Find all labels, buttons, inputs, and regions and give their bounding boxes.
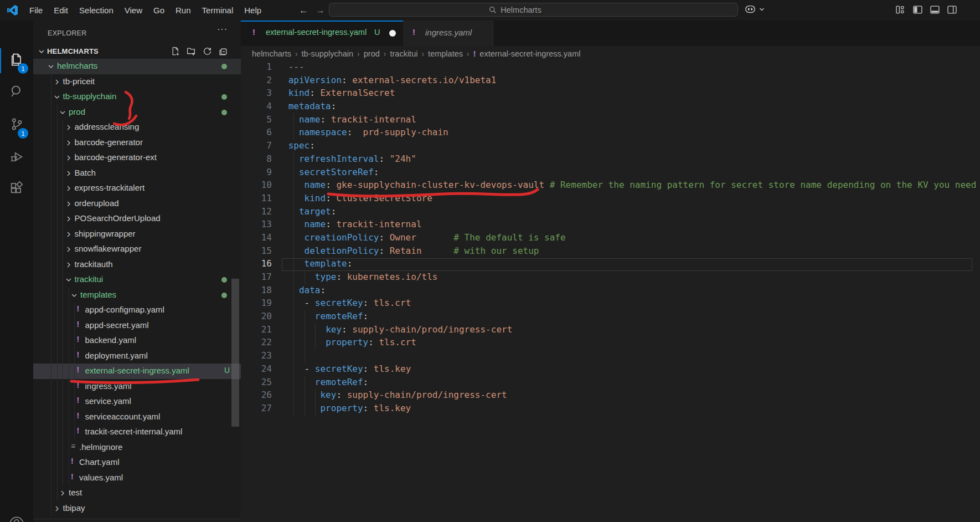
- code-line-7[interactable]: 7spec:: [241, 140, 980, 153]
- code-line-6[interactable]: 6 namespace: prd-supply-chain: [241, 126, 980, 140]
- file-label: serviceaccount.yaml: [85, 412, 161, 421]
- menu-edit[interactable]: Edit: [48, 6, 74, 15]
- tree-item-prod[interactable]: prod: [33, 105, 241, 120]
- tree-item-shippingwrapper[interactable]: shippingwrapper: [33, 227, 241, 242]
- tree-item-addresscleansing[interactable]: addresscleansing: [33, 120, 241, 135]
- tree-item-test[interactable]: test: [33, 485, 241, 501]
- indent-guide: [63, 181, 63, 196]
- tree-item-service-yaml[interactable]: !service.yaml: [33, 394, 241, 410]
- breadcrumb-item[interactable]: helmcharts: [252, 49, 291, 58]
- menu-terminal[interactable]: Terminal: [197, 6, 239, 15]
- menu-view[interactable]: View: [119, 6, 148, 15]
- tree-item--helmignore[interactable]: ≡.helmignore: [33, 440, 241, 456]
- tree-item-appd-secret-yaml[interactable]: !appd-secret.yaml: [33, 318, 241, 334]
- code-line-22[interactable]: 22 property: tls.crt: [241, 336, 980, 350]
- code-line-1[interactable]: 1---: [241, 61, 980, 74]
- tree-item-batch[interactable]: Batch: [33, 166, 241, 181]
- tree-item-trackitauth[interactable]: trackitauth: [33, 257, 241, 273]
- tree-item-backend-yaml[interactable]: !backend.yaml: [33, 333, 241, 349]
- tree-item-deployment-yaml[interactable]: !deployment.yaml: [33, 349, 241, 364]
- section-helmcharts[interactable]: HELMCHARTS: [33, 45, 241, 59]
- sidebar-scrollbar[interactable]: [231, 279, 239, 427]
- code-line-4[interactable]: 4metadata:: [241, 100, 980, 114]
- menu-go[interactable]: Go: [148, 6, 170, 15]
- tree-item-trackit-secret-internal-yaml[interactable]: !trackit-secret-internal.yaml: [33, 424, 241, 440]
- tree-item-external-secret-ingress-yaml[interactable]: !external-secret-ingress.yamlU: [33, 364, 241, 379]
- code-line-17[interactable]: 17 type: kubernetes.io/tls: [241, 271, 980, 284]
- code-line-8[interactable]: 8 refreshInterval: "24h": [241, 153, 980, 166]
- tree-item-ingress-yaml[interactable]: !ingress.yaml: [33, 379, 241, 395]
- code-line-10[interactable]: 10 name: gke-supplychain-cluster-kv-devo…: [241, 179, 980, 192]
- tree-item-tb-supplychain[interactable]: tb-supplychain: [33, 89, 241, 105]
- menu-file[interactable]: File: [24, 6, 48, 15]
- code-line-12[interactable]: 12 target:: [241, 206, 980, 219]
- tree-item-values-yaml[interactable]: !values.yaml: [33, 470, 241, 486]
- code-line-13[interactable]: 13 name: trackit-internal: [241, 218, 980, 232]
- breadcrumb-item[interactable]: templates: [428, 49, 463, 58]
- sidebar-more-actions[interactable]: ···: [217, 24, 228, 34]
- code-line-2[interactable]: 2apiVersion: external-secrets.io/v1beta1: [241, 74, 980, 88]
- code-editor[interactable]: 1---2apiVersion: external-secrets.io/v1b…: [241, 61, 980, 416]
- activitybar-extensions[interactable]: [0, 176, 33, 202]
- code-line-11[interactable]: 11 kind: ClusterSecretStore: [241, 192, 980, 206]
- customize-layout-icon[interactable]: [896, 5, 905, 14]
- code-line-16[interactable]: 16 template:: [241, 258, 980, 271]
- code-line-21[interactable]: 21 key: supply-chain/prod/ingress-cert: [241, 324, 980, 337]
- code-line-3[interactable]: 3kind: ExternalSecret: [241, 87, 980, 100]
- tree-item-helmcharts[interactable]: helmcharts: [33, 59, 241, 74]
- activitybar-search[interactable]: [0, 78, 33, 105]
- code-line-25[interactable]: 25 remoteRef:: [241, 376, 980, 390]
- activitybar-account[interactable]: [0, 510, 33, 522]
- tree-item-trackitui[interactable]: trackitui: [33, 272, 241, 288]
- code-line-23[interactable]: 23: [241, 350, 980, 363]
- code-line-15[interactable]: 15 deletionPolicy: Retain # with our set…: [241, 245, 980, 258]
- collapse-all-icon[interactable]: [219, 47, 228, 56]
- tree-item-express-trackitalert[interactable]: express-trackitalert: [33, 181, 241, 196]
- tree-item-appd-configmap-yaml[interactable]: !appd-configmap.yaml: [33, 303, 241, 318]
- toggle-panel-icon[interactable]: [930, 5, 940, 14]
- code-line-18[interactable]: 18 data:: [241, 284, 980, 298]
- code-line-5[interactable]: 5 name: trackit-internal: [241, 114, 980, 127]
- tree-item-barcode-generator-ext[interactable]: barcode-generator-ext: [33, 150, 241, 166]
- tree-item-chart-yaml[interactable]: !Chart.yaml: [33, 455, 241, 470]
- tab-ingress[interactable]: ! ingress.yaml: [403, 21, 493, 46]
- copilot-button[interactable]: [744, 4, 765, 15]
- code-line-19[interactable]: 19 - secretKey: tls.crt: [241, 297, 980, 310]
- tree-item-orderupload[interactable]: orderupload: [33, 196, 241, 212]
- tree-item-tbipay[interactable]: tbipay: [33, 501, 241, 516]
- code-line-24[interactable]: 24 - secretKey: tls.key: [241, 363, 980, 376]
- tree-item-snowflakewrapper[interactable]: snowflakewrapper: [33, 242, 241, 257]
- tree-item-tb-priceit[interactable]: tb-priceit: [33, 74, 241, 90]
- tree-item-templates[interactable]: templates: [33, 288, 241, 303]
- code-line-20[interactable]: 20 remoteRef:: [241, 310, 980, 324]
- modified-dot-icon[interactable]: [389, 30, 396, 37]
- nav-back-icon[interactable]: ←: [299, 5, 308, 16]
- outline-section[interactable]: [33, 519, 241, 522]
- code-line-14[interactable]: 14 creationPolicy: Owner # The default i…: [241, 232, 980, 245]
- toggle-primary-sidebar-icon[interactable]: [913, 5, 922, 14]
- menu-selection[interactable]: Selection: [74, 6, 119, 15]
- command-center-search[interactable]: Helmcharts: [329, 3, 738, 17]
- breadcrumb-item[interactable]: external-secret-ingress.yaml: [479, 49, 580, 58]
- breadcrumb-item[interactable]: tb-supplychain: [302, 49, 354, 58]
- tab-external-secret-ingress[interactable]: ! external-secret-ingress.yaml U: [241, 21, 403, 46]
- breadcrumb-item[interactable]: prod: [364, 49, 380, 58]
- breadcrumb-item[interactable]: trackitui: [390, 49, 417, 58]
- menu-help[interactable]: Help: [239, 6, 267, 15]
- line-number: 2: [241, 75, 272, 85]
- code-line-26[interactable]: 26 key: supply-chain/prod/ingress-cert: [241, 389, 980, 402]
- new-folder-icon[interactable]: [187, 47, 196, 56]
- activitybar-run-debug[interactable]: [0, 144, 33, 170]
- code-line-9[interactable]: 9 secretStoreRef:: [241, 166, 980, 180]
- tree-item-serviceaccount-yaml[interactable]: !serviceaccount.yaml: [33, 410, 241, 425]
- toggle-secondary-sidebar-icon[interactable]: [947, 5, 957, 14]
- menu-run[interactable]: Run: [170, 6, 197, 15]
- new-file-icon[interactable]: [171, 47, 180, 56]
- tree-item-posearchorderupload[interactable]: POSearchOrderUpload: [33, 211, 241, 227]
- activitybar-explorer[interactable]: 1: [0, 46, 33, 73]
- code-line-27[interactable]: 27 property: tls.key: [241, 402, 980, 416]
- activitybar-source-control[interactable]: 1: [0, 111, 33, 137]
- nav-forward-icon[interactable]: →: [316, 5, 325, 16]
- tree-item-barcode-generator[interactable]: barcode-generator: [33, 135, 241, 151]
- refresh-icon[interactable]: [203, 47, 212, 56]
